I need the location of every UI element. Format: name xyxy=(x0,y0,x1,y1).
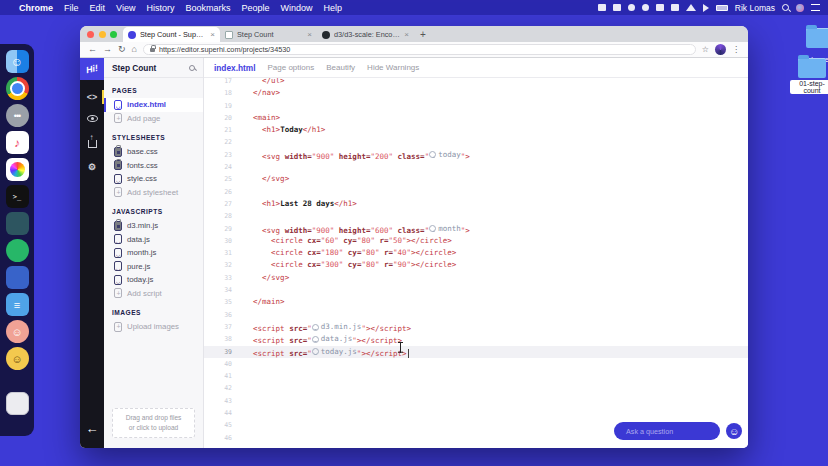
spotlight-search-icon[interactable] xyxy=(782,4,789,11)
menu-item-file[interactable]: File xyxy=(64,3,79,13)
help-smiley-button[interactable]: ☺ xyxy=(726,423,742,439)
code-line-26[interactable]: 26 xyxy=(204,186,748,198)
record-icon[interactable] xyxy=(642,4,649,11)
file-reference-chip[interactable]: today xyxy=(429,149,461,161)
menubar-username[interactable]: Rik Lomas xyxy=(735,3,775,13)
hide-warnings-button[interactable]: Hide Warnings xyxy=(367,63,419,72)
sidebar-item-pure-js[interactable]: pure.js xyxy=(104,260,203,274)
pink-face-dock-icon[interactable]: ☺ xyxy=(6,320,29,343)
code-line-37[interactable]: 37 <script src="d3.min.js"></script> xyxy=(204,321,748,333)
sidebar-item-index-html[interactable]: index.html xyxy=(104,98,203,112)
sidebar-item-month-js[interactable]: month.js xyxy=(104,246,203,260)
search-icon[interactable] xyxy=(189,65,195,71)
home-button[interactable]: ⌂ xyxy=(132,45,137,54)
code-line-18[interactable]: 18 </nav> xyxy=(204,87,748,99)
sidebar-item-today-js[interactable]: today.js xyxy=(104,273,203,287)
code-line-22[interactable]: 22 xyxy=(204,136,748,148)
lines-app-dock-icon[interactable]: ≡ xyxy=(6,293,29,316)
minimize-window-button[interactable] xyxy=(99,31,106,38)
code-line-44[interactable]: 44 xyxy=(204,407,748,419)
menu-item-help[interactable]: Help xyxy=(323,3,342,13)
code-line-42[interactable]: 42 xyxy=(204,382,748,394)
browser-tab-0[interactable]: Step Count - SuperHi× xyxy=(123,27,220,42)
terminal-dock-icon[interactable]: >_ xyxy=(6,185,29,208)
file-reference-chip[interactable]: d3.min.js xyxy=(312,321,362,333)
sidebar-item-add-script[interactable]: Add script xyxy=(104,287,203,301)
code-line-34[interactable]: 34 xyxy=(204,284,748,296)
settings-gear-icon[interactable]: ⚙ xyxy=(80,162,104,172)
code-line-25[interactable]: 25 </svg> xyxy=(204,173,748,185)
notification-center-icon[interactable] xyxy=(811,4,820,11)
trash-dock-icon[interactable] xyxy=(6,392,29,415)
display-mirror-icon[interactable] xyxy=(598,4,606,11)
menu-item-chrome[interactable]: Chrome xyxy=(19,3,53,13)
file-reference-chip[interactable]: month xyxy=(429,223,461,235)
desktop-folder-step-count[interactable]: 01-step-count xyxy=(790,58,828,97)
tab-close-icon[interactable]: × xyxy=(210,30,215,39)
beautify-button[interactable]: Beautify xyxy=(326,63,355,72)
photos-dock-icon[interactable] xyxy=(6,158,29,181)
browser-menu-icon[interactable]: ⋮ xyxy=(732,45,740,54)
code-line-39[interactable]: 39 <script src="today.js"></script> xyxy=(204,346,748,358)
menu-item-view[interactable]: View xyxy=(116,3,135,13)
address-bar[interactable]: https://editor.superhi.com/projects/3453… xyxy=(143,44,696,55)
code-line-19[interactable]: 19 xyxy=(204,100,748,112)
browser-tab-1[interactable]: Step Count× xyxy=(220,27,317,42)
code-line-43[interactable]: 43 xyxy=(204,395,748,407)
sidebar-item-data-js[interactable]: data.js xyxy=(104,233,203,247)
messages-dock-icon[interactable]: ••• xyxy=(6,104,29,127)
zoom-window-button[interactable] xyxy=(110,31,117,38)
code-line-33[interactable]: 33 </svg> xyxy=(204,272,748,284)
file-reference-chip[interactable]: today.js xyxy=(312,346,357,358)
sidebar-item-fonts-css[interactable]: fonts.css xyxy=(104,159,203,173)
sidebar-item-add-page[interactable]: Add page xyxy=(104,112,203,126)
new-tab-button[interactable]: + xyxy=(420,29,426,40)
browser-tab-2[interactable]: d3/d3-scale: Encodings that…× xyxy=(317,27,414,42)
menu-item-window[interactable]: Window xyxy=(280,3,312,13)
wifi-icon[interactable] xyxy=(686,4,696,11)
shield-icon[interactable] xyxy=(613,4,621,11)
sidebar-item-add-stylesheet[interactable]: Add stylesheet xyxy=(104,186,203,200)
code-line-41[interactable]: 41 xyxy=(204,370,748,382)
sidebar-item-style-css[interactable]: style.css xyxy=(104,172,203,186)
open-file-tab[interactable]: index.html xyxy=(214,63,256,73)
code-line-24[interactable]: 24 xyxy=(204,161,748,173)
menu-item-history[interactable]: History xyxy=(146,3,174,13)
code-line-17[interactable]: 17 </ul> xyxy=(204,78,748,87)
code-line-21[interactable]: 21 <h1>Today</h1> xyxy=(204,124,748,136)
code-line-29[interactable]: 29 <svg width="900" height="600" class="… xyxy=(204,223,748,235)
superhi-logo[interactable]: Hi! xyxy=(80,58,104,80)
code-view-icon[interactable]: <> xyxy=(80,92,104,102)
page-options-button[interactable]: Page options xyxy=(268,63,315,72)
code-line-31[interactable]: 31 <circle cx="180" cy="80" r="40"></cir… xyxy=(204,247,748,259)
file-reference-chip[interactable]: data.js xyxy=(312,333,353,345)
code-line-23[interactable]: 23 <svg width="900" height="200" class="… xyxy=(204,149,748,161)
code-line-38[interactable]: 38 <script src="data.js"></script> xyxy=(204,333,748,345)
chrome-dock-icon[interactable] xyxy=(6,77,29,100)
yellow-face-dock-icon[interactable]: ☺ xyxy=(6,347,29,370)
ask-question-input[interactable]: Ask a question xyxy=(614,422,720,440)
code-line-20[interactable]: 20 <main> xyxy=(204,112,748,124)
green-app-dock-icon[interactable] xyxy=(6,239,29,262)
battery-icon[interactable] xyxy=(716,5,728,11)
plus-icon[interactable] xyxy=(656,4,664,11)
siri-icon[interactable] xyxy=(796,4,804,12)
bookmark-star-icon[interactable]: ☆ xyxy=(702,45,709,54)
share-upload-icon[interactable] xyxy=(80,136,104,150)
finder-dock-icon[interactable]: ☺ xyxy=(6,50,29,73)
blue-app-dock-icon[interactable] xyxy=(6,266,29,289)
preview-eye-icon[interactable] xyxy=(80,114,104,124)
sidebar-item-d3-min-js[interactable]: d3.min.js xyxy=(104,219,203,233)
profile-avatar[interactable] xyxy=(715,44,726,55)
code-line-30[interactable]: 30 <circle cx="60" cy="80" r="50"></circ… xyxy=(204,235,748,247)
code-line-35[interactable]: 35 </main> xyxy=(204,296,748,308)
reload-button[interactable]: ↻ xyxy=(118,45,126,54)
close-window-button[interactable] xyxy=(87,31,94,38)
teal-app-dock-icon[interactable] xyxy=(6,212,29,235)
code-line-27[interactable]: 27 <h1>Last 28 days</h1> xyxy=(204,198,748,210)
file-upload-dropzone[interactable]: Drag and drop files or click to upload xyxy=(112,408,195,438)
forward-button[interactable]: → xyxy=(103,45,112,54)
volume-icon[interactable] xyxy=(703,4,709,12)
code-editor[interactable]: 17 </ul>18 </nav>1920 <main>21 <h1>Today… xyxy=(204,78,748,448)
back-to-dashboard-button[interactable]: ← xyxy=(86,421,99,436)
